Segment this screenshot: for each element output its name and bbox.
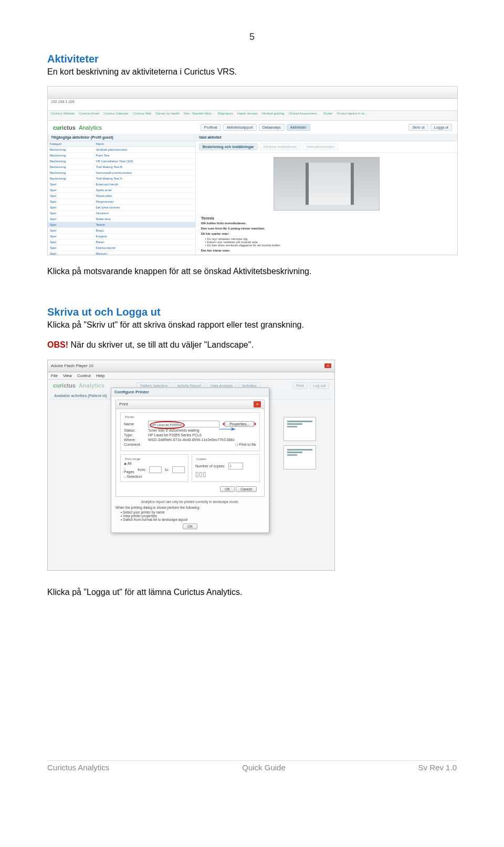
skriv-ut-button[interactable]: Skriv ut (408, 124, 428, 131)
bookmark-item[interactable]: Medical grading (262, 112, 284, 119)
table-row[interactable]: SpelRacer (48, 239, 195, 245)
tab-aktiviteter[interactable]: Aktiviteter (287, 124, 310, 131)
page: 5 Aktiviteter En kort beskrivning av akt… (0, 0, 504, 788)
config-ok-button[interactable]: OK (183, 524, 197, 529)
page-footer: Curictus Analytics Quick Guide Sv Rev 1.… (47, 760, 457, 772)
bookmark-item[interactable]: Curictus Calendar (103, 112, 129, 119)
bookmark-item[interactable]: Games for health (155, 112, 180, 119)
body-skriv-logga: Klicka på "Skriv ut" för att skriva önsk… (47, 319, 457, 331)
steps-header: When the printing dialog is shown perfor… (116, 506, 265, 509)
table-row[interactable]: BedömningTrail Making Test A (48, 176, 195, 182)
table-row[interactable]: SpelKlubba bävrar (48, 245, 195, 251)
list-item: Du kan även använda väggarna för att stu… (205, 244, 448, 247)
left-panel-header: Tillgängliga aktiviteter (Profil guest) (48, 134, 195, 141)
obs-label: OBS! (47, 340, 68, 349)
orientation-thumbs (279, 413, 321, 474)
close-icon[interactable]: × (254, 401, 261, 407)
tab-profilval[interactable]: Profilval (201, 124, 221, 131)
menu-item[interactable]: File (51, 373, 58, 378)
range-all-radio[interactable]: All (124, 462, 185, 465)
obs-line: OBS! När du skriver ut, se till att du v… (47, 339, 457, 351)
blur-logout: Log out (310, 382, 329, 389)
game-trains-head: Det här tränar man: (196, 249, 457, 254)
table-row[interactable]: SpelMatte-lava (48, 216, 195, 222)
bookmark-item[interactable]: Vit and haptics in re... (337, 112, 367, 119)
table-row[interactable]: SpelFärgmonster (48, 199, 195, 205)
heading-aktiviteter: Aktiviteter (47, 53, 457, 65)
subtab-video[interactable]: Instruktionsvideo (303, 143, 338, 150)
window-close-icon[interactable]: × (324, 363, 331, 368)
bookmark-item[interactable]: Clinical Assessment... (288, 112, 319, 119)
list-item: View printer properties (121, 514, 265, 518)
dialog-body: Print × Printer Name: HP LaserJet P2055d… (111, 396, 269, 532)
configure-printer-dialog: Configure Printer Print × Printer N (111, 388, 269, 533)
bookmark-item[interactable]: Curictus Wiki (133, 112, 151, 119)
copies-input[interactable]: 1 (228, 463, 243, 469)
logo-part1: curi (53, 124, 64, 131)
left-panel: Tillgängliga aktiviteter (Profil guest) … (48, 134, 196, 255)
table-row[interactable]: SpelAkvarium (48, 211, 195, 216)
table-row[interactable]: SpelEnarmad bandit (48, 182, 195, 187)
footer-center: Quick Guide (242, 763, 286, 772)
tab-aktivitetsrapport[interactable]: Aktivitetsrapport (223, 124, 257, 131)
game-trains-list: Uppmärksamhet & KoncentrationPrecisionRu… (196, 254, 457, 255)
flash-window: Adobe Flash Player 10 × FileViewControlH… (48, 360, 334, 570)
menu-item[interactable]: Control (77, 373, 91, 378)
col-namn: Namn (93, 141, 195, 147)
bookmark-item[interactable]: Stat - Swedish Med... (184, 112, 214, 119)
table-row[interactable]: BedömningVertikalt precisionstest (48, 147, 195, 153)
body-aktiviteter: En kort beskrivning av aktiviteterna i C… (47, 66, 457, 78)
subtab-beskrivning[interactable]: Beskrivning och inställningar (199, 143, 258, 150)
tab-dataanalys[interactable]: Dataanalys (259, 124, 285, 131)
bookmark-item[interactable]: Stroke (323, 112, 332, 119)
table-row[interactable]: SpelKroppar (48, 234, 195, 239)
print-to-file-checkbox[interactable]: Print to file (235, 443, 256, 446)
menu-item[interactable]: Help (96, 373, 104, 378)
logga-ut-button[interactable]: Logga ut (430, 124, 452, 131)
page-number: 5 (47, 32, 457, 43)
landscape-note: Analytics report can only be printed cor… (116, 500, 265, 504)
print-dialog: Print × Printer Name: HP LaserJet P2055d… (116, 400, 265, 497)
screenshot-curictus-analytics: 192.168.1.103 Curictus WebsiteCurictus E… (47, 86, 458, 255)
footer-left: Curictus Analytics (47, 763, 109, 772)
print-ok-button[interactable]: OK (220, 486, 235, 492)
table-row[interactable]: SpelDet tysta rummet (48, 205, 195, 211)
subtab-kliniska[interactable]: Kliniska motivationer (260, 143, 301, 150)
table-row[interactable]: BedömningHorisontellt precisionstest (48, 170, 195, 176)
game-subtitle1: Slå bollen förbi motståndaren. (196, 222, 457, 227)
range-selection-radio[interactable]: Selection (124, 475, 185, 478)
table-row[interactable]: SpelMemory (48, 251, 195, 255)
list-item: Switch from normal A4 to landscape layou… (121, 518, 265, 521)
print-cancel-button[interactable]: Cancel (236, 486, 257, 492)
game-howto-list: Du styr racketen närmast digDatorn styr … (196, 237, 457, 249)
bookmark-item[interactable]: Regulatory (218, 112, 233, 119)
main-tabs: Profilval Aktivitetsrapport Dataanalys A… (201, 124, 310, 131)
window-title: Adobe Flash Player 10 (51, 363, 93, 368)
table-row[interactable]: SpelTennis (48, 222, 195, 228)
window-menu: FileViewControlHelp (48, 372, 334, 380)
bookmark-item[interactable]: Curictus Website (51, 112, 75, 119)
arrow-icon: → (214, 421, 242, 436)
printer-name-input[interactable]: HP LaserJet P2055dn (148, 421, 219, 427)
table-row[interactable]: SpelSpela toner (48, 187, 195, 193)
table-row[interactable]: BedömningVR Cancellation Task (3/3) (48, 159, 195, 164)
menu-item[interactable]: View (63, 373, 72, 378)
range-pages-radio[interactable]: Pages (124, 466, 134, 474)
bookmark-item[interactable]: Curictus Email (79, 112, 99, 119)
bookmark-item[interactable]: Haptic devices (237, 112, 258, 119)
copies-group: Copies Number of copies:1 ▯▯▯ (192, 454, 260, 482)
table-row[interactable]: SpelSkjuta pilen (48, 193, 195, 199)
caption-screenshot1: Klicka på motsvarande knappen för att se… (47, 266, 457, 277)
heading-skriv-logga: Skriva ut och Logga ut (47, 306, 457, 318)
game-howto-head: Så här spelar man: (196, 232, 457, 237)
table-row[interactable]: BedömningPoint Test (48, 153, 195, 159)
browser-address-bar: 192.168.1.103 (48, 99, 457, 111)
header-right-buttons: Skriv ut Logga ut (408, 124, 452, 131)
logo-part2: ctus (64, 124, 76, 131)
table-header: Kategori Namn (48, 141, 195, 147)
table-row[interactable]: BedömningTrail Making Test B (48, 164, 195, 170)
table-row[interactable]: SpelBingo (48, 228, 195, 234)
game-subtitle2: Den som först får 5 poäng vinner matchen… (196, 227, 457, 232)
app-logo: curictus Analytics (53, 124, 102, 131)
footer-right: Sv Rev 1.0 (418, 763, 457, 772)
